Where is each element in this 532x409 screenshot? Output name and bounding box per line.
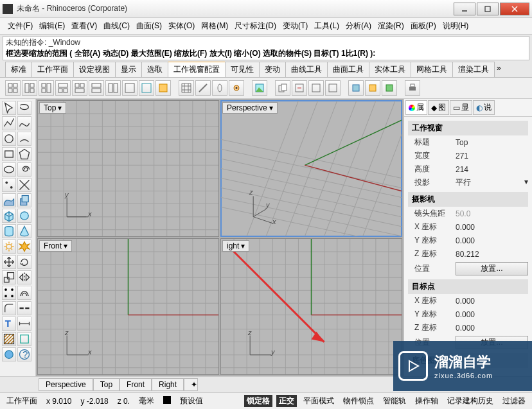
tab-setview[interactable]: 设定视图 [73,62,116,77]
layout-1-icon[interactable] [122,80,137,96]
tab-solid-tools[interactable]: 实体工具 [369,62,411,77]
rectangle-icon[interactable] [2,147,16,161]
prop-cam-z[interactable]: 80.212 [456,250,528,259]
panel-tab-layers[interactable]: ◆图 [428,100,449,115]
send-viewport-icon[interactable] [325,80,341,96]
menu-analyze[interactable]: 分析(A) [343,19,374,33]
viewport-perspective-label[interactable]: Perspective ▾ [222,102,278,114]
menu-mesh[interactable]: 网格(M) [199,19,231,33]
layout-new-icon[interactable] [139,80,154,96]
join-icon[interactable] [17,301,31,315]
analyze-icon[interactable] [17,332,31,346]
surface-icon[interactable] [2,193,16,207]
tab-scroll-icon[interactable]: » [494,62,504,77]
tab-transform[interactable]: 变动 [259,62,286,77]
dimension-icon[interactable] [17,317,31,331]
layout-3top-icon[interactable] [55,80,71,96]
fillet-icon[interactable] [2,301,16,315]
ruler-icon[interactable] [195,80,211,96]
prop-tgt-y[interactable]: 0.000 [456,310,528,319]
status-planar[interactable]: 平面模式 [301,396,337,406]
maximize-button[interactable] [477,3,499,15]
prop-cam-x[interactable]: 0.000 [456,223,528,232]
curve-icon[interactable] [17,116,31,130]
minimize-button[interactable] [454,3,475,15]
prop-width-value[interactable]: 271 [456,152,528,161]
layout-2h-icon[interactable] [89,80,104,96]
rotate-icon[interactable] [17,255,31,269]
layout-3left-icon[interactable] [22,80,37,96]
prop-projection-select[interactable]: 平行 ▾ [456,177,528,188]
layout-3right-icon[interactable] [39,80,54,96]
layout-3bottom-icon[interactable] [72,80,87,96]
tab-viewport-layout[interactable]: 工作视窗配置 [168,62,226,77]
menu-edit[interactable]: 编辑(E) [37,19,67,33]
menu-tools[interactable]: 工具(L) [312,19,342,33]
extrude-icon[interactable] [17,193,31,207]
polygon-icon[interactable] [17,147,31,161]
layout-2v-icon[interactable] [105,80,121,96]
status-gridsnap[interactable]: 锁定格 [244,395,272,407]
close-button[interactable] [500,3,529,15]
print-icon[interactable] [405,80,420,96]
status-ortho[interactable]: 正交 [276,395,297,407]
pointedit-icon[interactable] [2,178,16,192]
ellipse-icon[interactable] [2,162,16,177]
command-area[interactable]: 未知的指令: _Window 框选要缩放的范围 ( 全部(A) 动态(D) 最大… [3,36,529,60]
place-camera-button[interactable]: 放置... [456,262,528,275]
prop-tgt-x[interactable]: 0.000 [456,297,528,306]
cylinder-icon[interactable] [2,224,16,238]
trim-icon[interactable] [17,178,31,192]
camera-icon[interactable] [229,80,244,96]
menu-panels[interactable]: 面板(P) [408,19,439,33]
text-icon[interactable]: T [2,317,16,331]
polyline-icon[interactable] [2,116,16,130]
tab-display[interactable]: 显示 [115,62,142,77]
rename-viewport-icon[interactable] [292,80,307,96]
tab-curve-tools[interactable]: 曲线工具 [285,62,328,77]
status-history[interactable]: 记录建构历史 [445,396,496,406]
menu-solid[interactable]: 实体(O) [166,19,197,33]
sphere-icon[interactable] [17,209,31,223]
panel-tab-help[interactable]: ◐说 [473,100,495,115]
render-icon[interactable] [2,347,16,361]
menu-file[interactable]: 文件(F) [5,19,35,33]
menu-help[interactable]: 说明(H) [440,19,472,33]
viewport-right[interactable]: z y ight ▾ [220,238,402,375]
wireframe-icon[interactable] [348,80,364,96]
viewport-top-label[interactable]: Top ▾ [39,102,66,114]
btab-top[interactable]: Top [93,378,120,391]
tab-visibility[interactable]: 可见性 [225,62,260,77]
menu-transform[interactable]: 变动(T) [280,19,310,33]
lens-icon[interactable] [212,80,227,96]
mirror-icon[interactable] [17,270,31,284]
tab-cplane[interactable]: 工作平面 [31,62,74,77]
shaded-icon[interactable] [365,80,380,96]
menu-curve[interactable]: 曲线(C) [101,19,132,33]
panel-tab-display[interactable]: ▭显 [450,100,472,115]
spiral-icon[interactable] [17,162,31,177]
scale-icon[interactable] [2,270,16,284]
offset-icon[interactable] [17,286,31,300]
circle-icon[interactable] [2,132,16,146]
btab-front[interactable]: Front [120,378,152,391]
layout-settings-icon[interactable] [155,80,171,96]
tab-render-tools[interactable]: 渲染工具 [452,62,495,77]
box-icon[interactable] [2,209,16,223]
viewport-front[interactable]: z x Front ▾ [37,238,219,375]
menu-view[interactable]: 查看(V) [69,19,100,33]
menu-surface[interactable]: 曲面(S) [134,19,164,33]
background-image-icon[interactable] [252,80,267,96]
tab-surface-tools[interactable]: 曲面工具 [327,62,369,77]
hatch-icon[interactable] [2,332,16,346]
btab-add[interactable]: ✦ [184,378,198,391]
lasso-icon[interactable] [17,101,31,115]
rendered-icon[interactable] [382,80,397,96]
viewport-right-label[interactable]: ight ▾ [222,240,249,252]
viewport-front-label[interactable]: Front ▾ [39,240,72,252]
menu-render[interactable]: 渲染(R) [375,19,407,33]
panel-tab-properties[interactable]: 属 [405,100,427,115]
tab-standard[interactable]: 标准 [5,62,32,77]
pointer-icon[interactable] [2,101,16,115]
gear-icon[interactable] [2,239,16,254]
